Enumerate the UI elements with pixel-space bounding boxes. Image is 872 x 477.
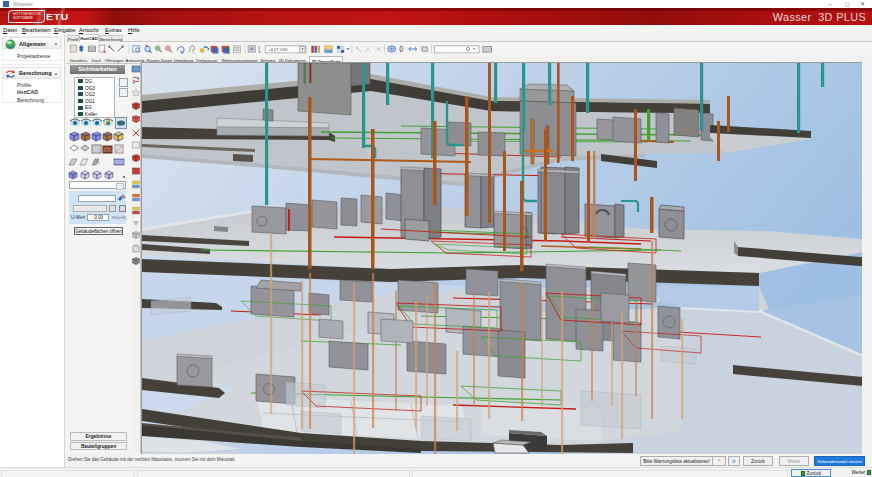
svg-text:+4,27 OG1: +4,27 OG1 <box>268 47 287 52</box>
